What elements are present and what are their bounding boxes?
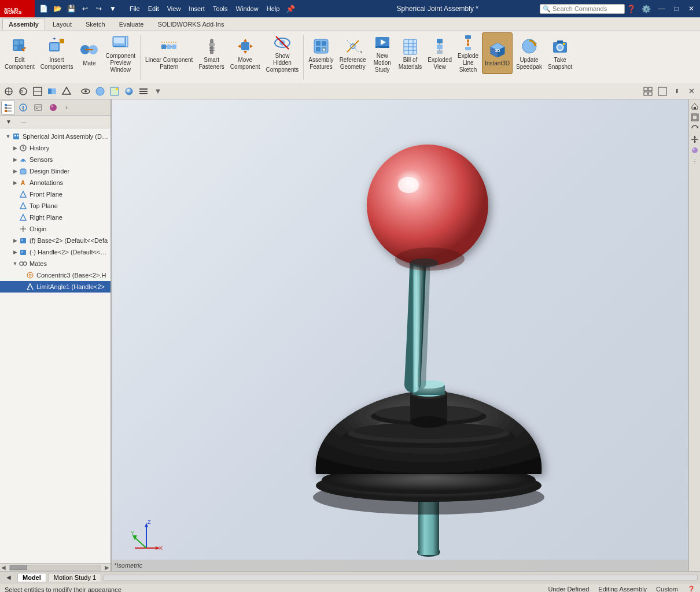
scroll-thumb[interactable]: [10, 565, 27, 570]
tree-design-binder[interactable]: ▶ Design Binder: [0, 165, 110, 177]
hide-show-icon[interactable]: [79, 85, 92, 98]
view-cut-icon[interactable]: [31, 85, 44, 98]
update-speedpak-button[interactable]: UpdateSpeedpak: [514, 32, 544, 74]
bill-of-materials-button[interactable]: Bill ofMaterials: [396, 32, 425, 74]
tab-layout[interactable]: Layout: [46, 18, 78, 29]
right-zoom-icon[interactable]: [690, 113, 699, 122]
viewport-max-icon[interactable]: ⬆: [670, 85, 683, 98]
tree-concentric3[interactable]: ▶ Concentric3 (Base<2>,H: [0, 269, 110, 281]
scroll-track[interactable]: [9, 565, 101, 571]
mates-toggle[interactable]: ▼: [12, 260, 19, 267]
edit-component-button[interactable]: EditComponent: [2, 32, 37, 74]
tree-history[interactable]: ▶ History: [0, 142, 110, 154]
qat-new[interactable]: 📄: [37, 2, 50, 15]
tab-sketch[interactable]: Sketch: [79, 18, 112, 29]
scene-icon[interactable]: [108, 85, 121, 98]
restore-button[interactable]: □: [670, 3, 683, 14]
tree-right-plane[interactable]: ▶ Right Plane: [0, 212, 110, 223]
view-more-icon[interactable]: ▼: [152, 85, 164, 98]
component-preview-button[interactable]: ComponentPreviewWindow: [103, 32, 138, 74]
view-settings-icon[interactable]: [137, 85, 150, 98]
viewport-close-icon[interactable]: ✕: [685, 85, 698, 98]
new-motion-study-button[interactable]: NewMotionStudy: [370, 32, 395, 74]
right-pan-icon[interactable]: [690, 135, 699, 144]
help-icon[interactable]: ❓: [625, 2, 638, 15]
right-more-icon[interactable]: ⋮: [690, 157, 699, 166]
search-box[interactable]: 🔍: [540, 4, 625, 14]
handle-toggle[interactable]: ▶: [12, 249, 19, 256]
sensors-toggle[interactable]: ▶: [12, 156, 19, 163]
tab-addins[interactable]: SOLIDWORKS Add-Ins: [151, 18, 230, 29]
tree-annotations[interactable]: ▶ A Annotations: [0, 177, 110, 188]
minimize-button[interactable]: —: [655, 3, 668, 14]
qat-options[interactable]: ▼: [106, 2, 119, 15]
instant3d-button[interactable]: 3D Instant3D: [482, 32, 513, 74]
sidebar-scrollbar[interactable]: ◀ ▶: [0, 563, 110, 571]
view-orient-icon[interactable]: [60, 85, 73, 98]
appearance-icon[interactable]: [123, 85, 135, 98]
design-binder-toggle[interactable]: ▶: [12, 168, 19, 175]
tree-front-plane[interactable]: ▶ Front Plane: [0, 188, 110, 200]
options-icon[interactable]: ⚙️: [640, 2, 653, 15]
menu-tools[interactable]: Tools: [209, 4, 231, 13]
insert-components-button[interactable]: + InsertComponents: [38, 32, 76, 74]
history-toggle[interactable]: ▶: [12, 145, 19, 151]
exploded-view-button[interactable]: ExplodedView: [425, 32, 454, 74]
tree-limitangle1[interactable]: ▶ LimitAngle1 (Handle<2>: [0, 281, 110, 293]
pin-icon[interactable]: 📌: [284, 2, 297, 15]
search-input[interactable]: [552, 5, 622, 12]
filter-icon[interactable]: ▼: [2, 116, 15, 128]
annotations-toggle[interactable]: ▶: [12, 179, 19, 186]
tree-base[interactable]: ▶ (f) Base<2> (Default<<Defa: [0, 235, 110, 246]
tree-mates[interactable]: ▼ Mates: [0, 258, 110, 269]
linear-pattern-button[interactable]: Linear ComponentPattern: [143, 32, 195, 74]
tab-more[interactable]: ›: [61, 101, 75, 114]
qat-open[interactable]: 📂: [51, 2, 64, 15]
menu-view[interactable]: View: [164, 4, 185, 13]
menu-insert[interactable]: Insert: [185, 4, 208, 13]
assembly-features-button[interactable]: ▼ AssemblyFeatures: [306, 32, 336, 74]
viewport-icon-1[interactable]: [2, 85, 15, 98]
reference-geometry-button[interactable]: ▼ ReferenceGeometry: [337, 32, 369, 74]
tree-root[interactable]: ▼ Spherical Joint Assembly (Defau: [0, 131, 110, 142]
show-hidden-button[interactable]: ShowHiddenComponents: [264, 32, 301, 74]
view-section-icon[interactable]: [46, 85, 58, 98]
move-component-button[interactable]: MoveComponent: [228, 32, 263, 74]
viewport-single-icon[interactable]: [656, 85, 669, 98]
tree-sensors[interactable]: ▶ Sensors: [0, 154, 110, 165]
menu-file[interactable]: File: [126, 4, 143, 13]
right-appearance-icon[interactable]: [690, 146, 699, 155]
tree-origin[interactable]: ▶ Origin: [0, 223, 110, 235]
take-snapshot-button[interactable]: TakeSnapshot: [546, 32, 574, 74]
qat-save[interactable]: 💾: [65, 2, 78, 15]
qat-redo[interactable]: ↪: [93, 2, 105, 15]
scroll-left-icon[interactable]: ◀: [2, 571, 15, 584]
base-toggle[interactable]: ▶: [12, 237, 19, 244]
viewport[interactable]: Z X Y *Isometric: [112, 99, 688, 571]
tab-config-manager[interactable]: [31, 101, 45, 114]
right-home-icon[interactable]: [690, 102, 699, 111]
menu-window[interactable]: Window: [233, 4, 262, 13]
tree-handle[interactable]: ▶ (-) Handle<2> (Default<<De: [0, 246, 110, 258]
right-rotate-icon[interactable]: [690, 124, 699, 133]
mate-button[interactable]: Mate: [76, 32, 102, 74]
tree-top-plane[interactable]: ▶ Top Plane: [0, 200, 110, 212]
display-style-icon[interactable]: [94, 85, 106, 98]
close-button[interactable]: ✕: [685, 3, 698, 14]
viewport-icon-2[interactable]: [17, 85, 30, 98]
explode-line-button[interactable]: ExplodeLineSketch: [455, 32, 481, 74]
menu-edit[interactable]: Edit: [145, 4, 163, 13]
tab-property-manager[interactable]: [16, 101, 30, 114]
tab-evaluate[interactable]: Evaluate: [113, 18, 150, 29]
tab-appearance[interactable]: [46, 101, 60, 114]
smart-fasteners-button[interactable]: SmartFasteners: [196, 32, 226, 74]
qat-undo[interactable]: ↩: [79, 2, 91, 15]
root-toggle[interactable]: ▼: [5, 133, 12, 140]
menu-help[interactable]: Help: [263, 4, 283, 13]
tab-assembly[interactable]: Assembly: [2, 18, 45, 30]
tab-feature-tree[interactable]: [1, 101, 15, 114]
viewport-tile-icon[interactable]: [642, 85, 654, 98]
question-icon[interactable]: ❓: [687, 586, 695, 592]
tab-model[interactable]: Model: [17, 573, 46, 582]
tab-motion-study[interactable]: Motion Study 1: [49, 573, 101, 582]
